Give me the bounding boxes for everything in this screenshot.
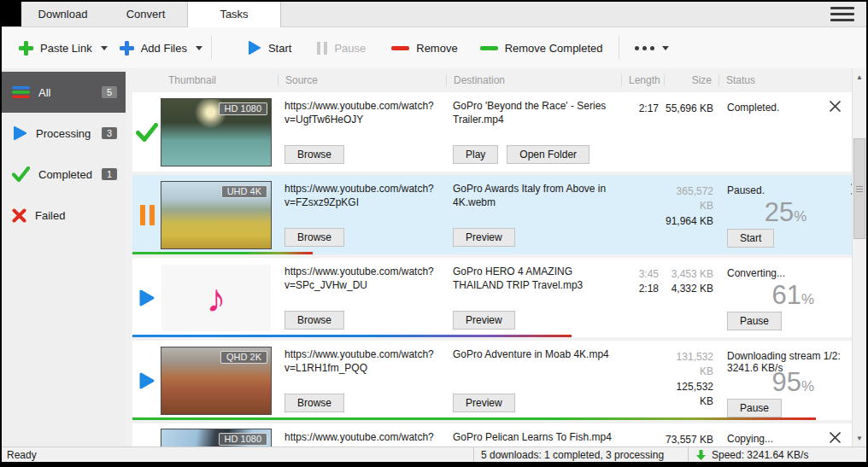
play-button[interactable]: Play [453, 145, 498, 164]
hamburger-menu-icon[interactable] [830, 7, 854, 21]
source-url: https://www.youtube.com/watch?v=zwI0amOW… [284, 431, 437, 447]
start-task-button[interactable]: Start [727, 229, 774, 248]
pause-icon [140, 205, 155, 225]
more-dots-icon [635, 46, 654, 50]
preview-button[interactable]: Preview [453, 228, 515, 247]
sidebar-completed-count: 1 [102, 168, 117, 180]
close-icon[interactable] [829, 431, 842, 447]
play-icon [138, 289, 155, 307]
speed-value: Speed: 3241.64 KB/s [712, 449, 808, 461]
col-source[interactable]: Source [278, 74, 446, 86]
download-arrow-icon [695, 449, 707, 461]
video-thumbnail: UHD 4K [161, 182, 271, 248]
preview-button[interactable]: Preview [453, 394, 515, 412]
add-files-label: Add Files [141, 42, 187, 55]
sidebar: All 5 Processing 3 Completed 1 Failed [2, 68, 126, 447]
length-value: 2:18 [621, 282, 659, 296]
pause-label: Pause [334, 42, 366, 55]
status-text: Paused. [727, 184, 849, 196]
status-ready: Ready [2, 449, 473, 461]
sidebar-item-processing[interactable]: Processing 3 [2, 113, 126, 154]
play-icon [12, 126, 27, 141]
progress-percent: 25% [727, 199, 849, 225]
destination-file: GoPro HERO 4 AMAZING THAILAND TRIP Trave… [453, 266, 613, 292]
browse-button[interactable]: Browse [284, 311, 344, 330]
play-icon [138, 371, 155, 390]
size-value: 4,332 KB [664, 282, 713, 296]
progress-bar [132, 252, 313, 254]
col-thumbnail[interactable]: Thumbnail [161, 74, 278, 86]
downloads-summary: 5 downloads: 1 completed, 3 processing [474, 449, 688, 461]
check-icon [136, 123, 158, 142]
sidebar-processing-count: 3 [102, 127, 117, 139]
cross-icon [12, 208, 26, 223]
open-folder-button[interactable]: Open Folder [507, 145, 589, 164]
browse-button[interactable]: Browse [284, 228, 344, 247]
start-label: Start [268, 42, 291, 55]
sidebar-item-completed[interactable]: Completed 1 [2, 154, 126, 195]
source-url: https://www.youtube.com/watch?v=L1RH1fm_… [284, 348, 437, 375]
col-size[interactable]: Size [664, 74, 718, 86]
progress-percent: 61% [727, 282, 852, 308]
size-value: 125,532 KB [664, 380, 713, 410]
status-text: Completed. [727, 102, 828, 114]
size-total-value: 365,572 KB [664, 184, 713, 214]
check-icon [12, 166, 30, 182]
scroll-up-icon[interactable]: ▲ [853, 70, 866, 84]
paste-link-button[interactable]: Paste Link [12, 36, 99, 61]
quality-badge: QHD 2K [220, 351, 267, 364]
sidebar-failed-label: Failed [35, 209, 65, 222]
status-bar: Ready 5 downloads: 1 completed, 3 proces… [2, 447, 866, 462]
quality-badge: UHD 4K [221, 185, 267, 198]
video-thumbnail: HD 1080 [161, 429, 271, 447]
destination-file: GoPro Pelican Learns To Fish.mp4 [453, 431, 613, 445]
browse-button[interactable]: Browse [284, 145, 344, 164]
plus-blue-icon [120, 41, 134, 55]
play-icon [248, 40, 261, 55]
plus-green-icon [19, 41, 33, 55]
more-button[interactable] [628, 41, 676, 55]
tab-strip: Download Convert Tasks [2, 2, 866, 27]
sidebar-all-label: All [38, 86, 50, 99]
tab-tasks[interactable]: Tasks [187, 2, 281, 27]
length-total-value: 3:45 [621, 267, 659, 282]
size-total-value: 131,532 KB [664, 350, 713, 380]
pause-task-button[interactable]: Pause [727, 399, 782, 417]
scrollbar-thumb[interactable] [853, 138, 865, 239]
source-url: https://www.youtube.com/watch?v=FZsxz9Zp… [284, 183, 437, 209]
paste-link-label: Paste Link [40, 42, 92, 55]
vertical-scrollbar[interactable]: ▲ ▼ [852, 68, 866, 447]
status-text: Copying... [727, 433, 828, 445]
sidebar-item-failed[interactable]: Failed [2, 195, 126, 236]
more-dropdown-icon [662, 46, 669, 50]
sidebar-item-all[interactable]: All 5 [2, 72, 126, 113]
remove-completed-button[interactable]: Remove Completed [473, 37, 610, 60]
paste-link-dropdown-icon[interactable] [101, 46, 108, 50]
task-row-downloading[interactable]: QHD 2K https://www.youtube.com/watch?v=L… [132, 341, 852, 420]
tab-download[interactable]: Download [21, 2, 104, 26]
task-row-completed[interactable]: HD 1080 https://www.youtube.com/watch?v=… [132, 92, 852, 172]
add-files-button[interactable]: Add Files [113, 36, 194, 61]
task-row-paused[interactable]: UHD 4K https://www.youtube.com/watch?v=F… [132, 175, 852, 254]
pause-icon [317, 42, 327, 55]
add-files-dropdown-icon[interactable] [196, 46, 202, 50]
remove-button[interactable]: Remove [384, 37, 464, 60]
col-status[interactable]: Status [718, 74, 852, 86]
progress-bar [132, 335, 572, 337]
pause-task-button[interactable]: Pause [727, 312, 782, 330]
close-icon[interactable] [829, 100, 842, 115]
preview-button[interactable]: Preview [453, 311, 515, 330]
browse-button[interactable]: Browse [284, 394, 344, 412]
task-row-converting[interactable]: ♪ https://www.youtube.com/watch?v=SPc_JV… [132, 258, 852, 337]
size-value: 55,696 KB [664, 102, 713, 116]
dash-red-icon [391, 46, 409, 50]
col-destination[interactable]: Destination [446, 74, 621, 86]
col-length[interactable]: Length [621, 74, 664, 86]
pause-button[interactable]: Pause [310, 37, 372, 60]
app-window: Download Convert Tasks Paste Link Add Fi… [0, 0, 868, 467]
start-button[interactable]: Start [241, 35, 298, 61]
scroll-down-icon[interactable]: ▼ [853, 431, 866, 445]
sidebar-all-count: 5 [102, 86, 117, 98]
tab-convert[interactable]: Convert [104, 2, 187, 26]
task-row-copying[interactable]: HD 1080 https://www.youtube.com/watch?v=… [132, 423, 852, 447]
